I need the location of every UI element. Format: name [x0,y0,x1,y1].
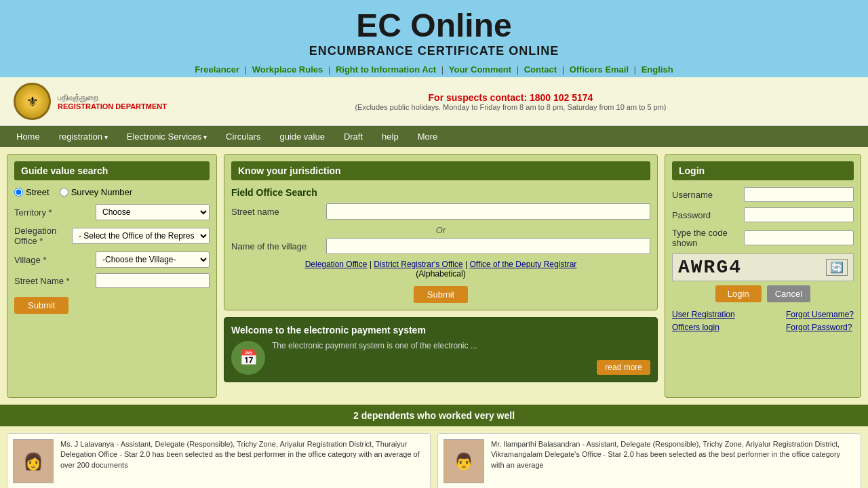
payment-panel: Welcome to the electronic payment system… [224,317,658,382]
cancel-button[interactable]: Cancel [767,285,810,302]
info-bar: ⚜ பதிவுத்துறை REGISTRATION DEPARTMENT Fo… [0,77,868,126]
delegation-select[interactable]: - Select the Office of the Repres [72,228,210,244]
deputy-registrar-link[interactable]: Office of the Deputy Registrar [470,260,577,269]
field-search-label: Field Office Search [231,187,650,198]
search-type-radio-group: Street Survey Number [14,187,210,197]
nav-registration[interactable]: registration [50,126,117,147]
captcha-input[interactable] [744,230,854,245]
nav-electronic-services-dropdown[interactable]: Electronic Services [117,126,216,147]
username-row: Username [672,187,854,202]
jurisdiction-submit-button[interactable]: Submit [414,286,468,303]
street-name-search-row: Street name [231,203,650,220]
nav-freelancer[interactable]: Freelancer [195,64,239,75]
territory-select[interactable]: Choose [96,204,210,220]
district-registrar-link[interactable]: District Registrar's Office [374,260,462,269]
nav-help[interactable]: help [372,126,408,147]
middle-panel: Know your jurisdiction Field Office Sear… [224,154,658,398]
site-header: EC Online ENCUMBRANCE CERTIFICATE ONLINE [0,0,868,62]
nav-rti[interactable]: Right to Information Act [336,64,436,75]
street-name-search-label: Street name [231,207,319,217]
site-title: EC Online [0,7,868,44]
jurisdiction-title: Know your jurisdiction [231,161,650,180]
contact-info: For suspects contact: 1800 102 5174 (Exc… [167,92,854,111]
nav-your-comment[interactable]: Your Comment [449,64,511,75]
hotline: For suspects contact: 1800 102 5174 [167,92,854,103]
village-select[interactable]: -Choose the Village- [96,251,210,268]
officers-login-link[interactable]: Officers login [672,323,719,332]
read-more-button[interactable]: read more [597,360,650,375]
village-row: Village * -Choose the Village- [14,251,210,268]
performer-text-2: Mr. Ilamparthi Balasandran - Assistant, … [491,439,855,483]
nav-officers-email[interactable]: Officers Email [570,64,629,75]
jurisdiction-links: Delegation Office | District Registrar's… [231,260,650,279]
radio-survey-label[interactable]: Survey Number [60,187,132,197]
hotline-label: For suspects contact: [429,92,527,103]
password-row: Password [672,207,854,222]
street-name-search-input[interactable] [326,203,650,220]
guide-value-search-title: Guide value search [14,161,210,180]
captcha-refresh-button[interactable]: 🔄 [826,259,848,276]
login-panel: Login Username Password Type the code sh… [665,154,861,398]
village-name-search-input[interactable] [326,238,650,254]
or-divider: Or [231,225,650,235]
user-registration-link[interactable]: User Registration [672,310,735,319]
payment-description: The electronic payment system is one of … [272,341,590,350]
dept-name-block: பதிவுத்துறை REGISTRATION DEPARTMENT [58,93,167,110]
nav-circulars[interactable]: Circulars [216,126,270,147]
village-name-search-label: Name of the village [231,241,319,251]
radio-survey[interactable] [60,188,68,197]
territory-row: Territory * Choose [14,204,210,220]
captcha-box: AWRG4 🔄 [672,253,854,281]
radio-street-text: Street [26,187,50,197]
logo-emblem: ⚜ [17,86,47,117]
nav-electronic-services[interactable]: Electronic Services [117,126,216,147]
main-content: Guide value search Street Survey Number … [0,147,868,405]
forgot-password-link[interactable]: Forgot Password? [786,323,852,332]
delegation-row: Delegation Office * - Select the Office … [14,226,210,246]
street-name-row: Street Name * [14,273,210,288]
street-name-input[interactable] [96,273,210,288]
guide-value-search-panel: Guide value search Street Survey Number … [7,154,217,398]
guide-value-submit-button[interactable]: Submit [14,297,68,314]
password-input[interactable] [744,207,854,222]
payment-content: 📅 The electronic payment system is one o… [231,341,650,375]
nav-workplace-rules[interactable]: Workplace Rules [252,64,323,75]
alphabetical-label: (Alphabetical) [416,269,465,279]
radio-street[interactable] [14,188,23,197]
dept-name-english: REGISTRATION DEPARTMENT [58,102,167,110]
nav-more[interactable]: More [408,126,448,147]
bottom-bar-text: 2 dependents who worked very well [353,410,515,421]
header-nav: Freelancer | Workplace Rules | Right to … [0,62,868,77]
performers-section: 👩 Ms. J Lalavanya - Assistant, Delegate … [0,426,868,488]
village-name-search-row: Name of the village [231,238,650,254]
nav-home[interactable]: Home [7,126,50,147]
logo-area: ⚜ பதிவுத்துறை REGISTRATION DEPARTMENT [14,83,167,120]
nav-contact[interactable]: Contact [524,64,557,75]
performer-photo-1: 👩 [13,439,54,483]
captcha-code-row: Type the code shown [672,228,854,248]
performer-text-1: Ms. J Lalavanya - Assistant, Delegate (R… [60,439,425,483]
main-nav: Home registration Electronic Services Ci… [0,126,868,147]
jurisdiction-panel: Know your jurisdiction Field Office Sear… [224,154,658,310]
radio-street-label[interactable]: Street [14,187,50,197]
logo-circle: ⚜ [14,83,51,120]
forgot-username-link[interactable]: Forgot Username? [786,310,854,319]
dept-name-tamil: பதிவுத்துறை [58,93,167,102]
payment-title: Welcome to the electronic payment system [231,325,650,336]
code-label: Type the code shown [672,228,744,248]
nav-guide-value[interactable]: guide value [270,126,334,147]
nav-draft[interactable]: Draft [334,126,372,147]
performer-card-2: 👨 Mr. Ilamparthi Balasandran - Assistant… [437,433,861,488]
office-hours: (Excludes public holidays. Monday to Fri… [167,103,854,111]
performer-card-1: 👩 Ms. J Lalavanya - Assistant, Delegate … [7,433,431,488]
login-button[interactable]: Login [715,285,762,302]
username-input[interactable] [744,187,854,202]
performer-photo-2: 👨 [443,439,484,483]
territory-label: Territory * [14,207,96,218]
payment-icon: 📅 [231,341,265,375]
nav-registration-dropdown[interactable]: registration [50,126,117,147]
username-label: Username [672,190,744,200]
delegation-office-link[interactable]: Delegation Office [305,260,368,269]
nav-english[interactable]: English [642,64,673,75]
bottom-bar: 2 dependents who worked very well [0,405,868,426]
